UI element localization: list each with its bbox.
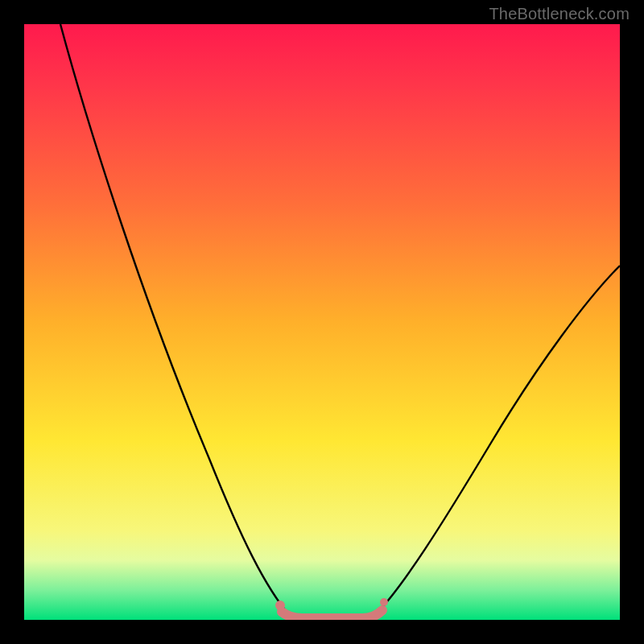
plot-area xyxy=(24,24,620,620)
attribution-text: TheBottleneck.com xyxy=(489,5,630,23)
bottom-flat-marker xyxy=(282,610,382,618)
right-curve xyxy=(374,266,620,616)
curve-overlay xyxy=(24,24,620,620)
bottom-dot-right xyxy=(380,598,388,606)
left-curve xyxy=(60,24,290,616)
bottom-dot-left xyxy=(275,601,285,610)
